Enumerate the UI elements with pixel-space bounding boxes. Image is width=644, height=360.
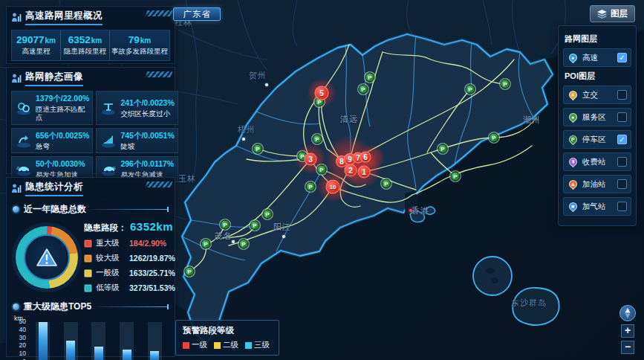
dashboard-root: PPPPPPPPPPPPPPPPPPPP5389762110桂林贺州梧州玉林清远…	[0, 0, 644, 360]
portrait-card-label: 急弯	[36, 142, 89, 150]
warning-marker-3[interactable]: 3	[305, 153, 317, 166]
portrait-card: 1379个/22.00%匝道主路不匹配点	[11, 91, 93, 125]
mileage-stat: 79km事故多发路段里程	[109, 30, 169, 60]
parking-area-marker[interactable]: P	[451, 172, 461, 181]
province-tab[interactable]: 广东省	[173, 7, 221, 21]
hazard-total-subtitle: 近一年隐患总数	[24, 203, 86, 216]
hazard-legend-value: 1262/19.87%	[129, 254, 175, 263]
layer-checkbox[interactable]: ✓	[617, 202, 627, 211]
parking-area-marker[interactable]: P	[466, 85, 475, 94]
sharp-curve-icon	[15, 132, 33, 150]
layer-checkbox[interactable]: ✓	[617, 112, 627, 122]
parking-area-marker[interactable]: P	[239, 240, 249, 249]
hazard-road-label: 隐患路段：	[84, 223, 127, 232]
portrait-card-text: 50个/0.0030%易发生急加速	[36, 159, 89, 179]
parking-area-marker[interactable]: P	[263, 210, 273, 219]
parking-area-marker[interactable]: P	[201, 240, 211, 249]
warning-marker-5[interactable]: 5	[315, 86, 329, 100]
warning-marker-6[interactable]: 6	[360, 152, 371, 163]
panel-hazard-stats: 隐患统计分析 近一年隐患总数	[6, 177, 175, 357]
layer-checkbox[interactable]: ✓	[617, 179, 627, 189]
bar-fill	[39, 322, 48, 360]
city-label-潮州: 潮州	[523, 115, 541, 126]
city-dot	[232, 240, 235, 243]
warning-legend-item: 三级	[245, 340, 270, 350]
bar-track	[148, 322, 162, 360]
warning-marker-10[interactable]: 10	[326, 180, 340, 194]
layer-item-加油站[interactable]: ▲加油站✓	[563, 175, 631, 193]
city-label-东沙群岛: 东沙群岛	[511, 298, 547, 309]
parking-area-marker[interactable]: P	[382, 179, 391, 189]
bar-chart-y-tick: 40	[13, 326, 26, 333]
parking-area-marker[interactable]: P	[221, 220, 230, 230]
zoom-out-button[interactable]: −	[621, 341, 634, 354]
layer-item-label: 加气站	[582, 202, 614, 212]
mileage-stat: 6352km隐患路段里程	[60, 30, 109, 60]
portrait-card-value: 50个/0.0030%	[36, 159, 89, 170]
toll-station-pin-icon: ¥	[567, 156, 579, 167]
parking-area-marker[interactable]: P	[365, 73, 375, 83]
city-label-梧州: 梧州	[238, 124, 256, 135]
layer-item-收费站[interactable]: ¥收费站✓	[563, 152, 631, 171]
portrait-card-text: 745个/0.0051%陡坡	[120, 131, 174, 150]
hazard-legend-label: 重大级	[96, 238, 126, 248]
parking-area-marker[interactable]: P	[359, 85, 368, 94]
parking-area-marker[interactable]: P	[313, 135, 322, 144]
bullet-dot-icon	[13, 206, 19, 213]
compass-button[interactable]	[619, 305, 636, 321]
warning-triangle-icon	[36, 248, 58, 268]
hazard-donut-chart	[10, 217, 84, 298]
hazard-legend-value: 1633/25.71%	[129, 269, 175, 277]
parking-area-marker[interactable]: P	[306, 182, 316, 192]
stats-person-icon	[11, 74, 22, 83]
layers-icon	[597, 10, 607, 19]
portrait-card: 656个/0.0025%急弯	[11, 128, 93, 153]
parking-area-marker[interactable]: P	[489, 133, 499, 143]
parking-area-pin-icon: P	[567, 134, 579, 145]
parking-area-marker[interactable]: P	[438, 144, 448, 154]
hazard-legend-swatch	[84, 269, 92, 277]
warning-marker-1[interactable]: 1	[358, 166, 371, 179]
parking-area-marker[interactable]: P	[185, 267, 195, 277]
layer-checkbox[interactable]: ✓	[617, 135, 627, 144]
parking-area-marker[interactable]: P	[317, 165, 327, 175]
layer-item-高速[interactable]: ●高速✓	[563, 48, 631, 67]
warning-legend-item: 二级	[214, 340, 238, 350]
warning-legend-items: 一级二级三级	[183, 340, 272, 350]
bar-track	[36, 322, 50, 360]
hazard-legend-row: 一般级1633/25.71%	[84, 268, 175, 278]
bar-group	[140, 322, 169, 360]
layers-panel: 路网图层 ●高速✓ POI图层 ×立交✓●服务区✓P停车区✓¥收费站✓▲加油站✓…	[558, 25, 637, 226]
ramp-mismatch-icon	[15, 99, 33, 117]
parking-area-marker[interactable]: P	[501, 80, 510, 89]
portrait-card: 241个/0.0023%交织区长度过小	[96, 91, 178, 125]
layers-button-label: 图层	[611, 8, 628, 19]
layer-checkbox[interactable]: ✓	[617, 157, 627, 167]
service-area-pin-icon: ●	[567, 112, 579, 123]
parking-area-marker[interactable]: P	[250, 221, 260, 231]
stat-unit: km	[45, 36, 56, 45]
warning-legend-panel: 预警路段等级 一级二级三级	[175, 320, 279, 356]
stat-value: 29077km	[13, 34, 59, 45]
layer-item-停车区[interactable]: P停车区✓	[563, 130, 631, 149]
city-label-贺州: 贺州	[249, 70, 267, 81]
layer-checkbox[interactable]: ✓	[617, 53, 627, 62]
layer-checkbox[interactable]: ✓	[617, 90, 627, 100]
zoom-in-button[interactable]: +	[621, 324, 634, 338]
layer-item-服务区[interactable]: ●服务区✓	[563, 108, 631, 126]
layer-item-立交[interactable]: ×立交✓	[563, 86, 631, 104]
stat-value: 79km	[111, 34, 168, 45]
parking-area-marker[interactable]: P	[253, 144, 263, 154]
portrait-card-value: 296个/0.0117%	[120, 159, 174, 170]
hazard-legend-label: 低等级	[96, 283, 126, 293]
portrait-card-text: 241个/0.0023%交织区长度过小	[120, 98, 174, 118]
layer-item-加气站[interactable]: ■加气站✓	[563, 197, 631, 216]
pin-shape: ■	[567, 201, 579, 213]
panel-title: 隐患统计分析	[25, 181, 83, 196]
pin-shape: P	[567, 134, 579, 146]
layers-button[interactable]: 图层	[590, 5, 635, 22]
city-label-茂名: 茂名	[214, 231, 232, 242]
warning-marker-2[interactable]: 2	[345, 164, 357, 177]
city-dot	[282, 235, 285, 238]
stat-label: 高速里程	[13, 47, 59, 57]
